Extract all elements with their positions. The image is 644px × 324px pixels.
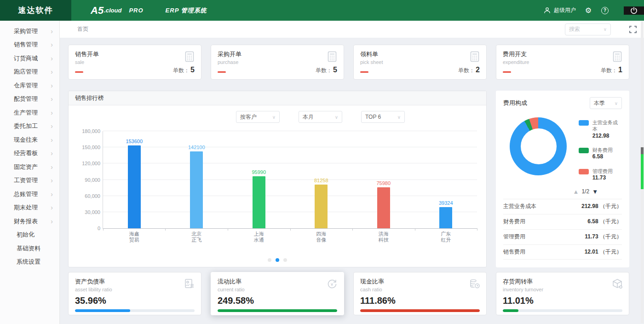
sidebar-item-1[interactable]: 销售管理› bbox=[0, 38, 59, 52]
stat-card-subtitle: purchase bbox=[218, 59, 337, 65]
stat-card-1[interactable]: 采购开单 purchase 单数：5 bbox=[211, 45, 344, 80]
expense-value: 212.98 bbox=[581, 203, 598, 209]
y-axis-tick-label: 30,000 bbox=[74, 209, 100, 215]
user-menu[interactable]: 超级用户 bbox=[543, 6, 576, 15]
sidebar-item-label: 委托加工 bbox=[14, 122, 51, 130]
x-axis-category-label: 洪海 科技 bbox=[379, 231, 389, 243]
sidebar-item-15[interactable]: 初始化 bbox=[0, 228, 59, 242]
expense-list: 主营业务成本 212.98 （千元）财务费用 6.58 （千元）管理费用 11.… bbox=[503, 199, 622, 260]
sidebar-item-7[interactable]: 委托加工› bbox=[0, 120, 59, 133]
expense-composition-panel: 费用构成 本季 ∨ 主营业务成本212.98 财务费用6.58 管理费用11.7… bbox=[496, 91, 629, 267]
settings-gear-icon[interactable]: ⚙ bbox=[584, 6, 592, 15]
sidebar-item-10[interactable]: 固定资产› bbox=[0, 160, 59, 174]
breadcrumb-home[interactable]: 首页 bbox=[77, 25, 88, 33]
gridline bbox=[103, 163, 477, 163]
pager-up-icon[interactable]: ▲ bbox=[573, 188, 579, 195]
sidebar-item-2[interactable]: 订货商城› bbox=[0, 52, 59, 65]
progress-track bbox=[503, 309, 622, 312]
stat-count: 单数：1 bbox=[601, 66, 622, 75]
expense-unit: （千元） bbox=[598, 218, 622, 225]
bar-5[interactable] bbox=[439, 207, 452, 228]
progress-fill bbox=[360, 309, 480, 312]
sidebar-item-3[interactable]: 跑店管理› bbox=[0, 65, 59, 79]
ratio-card-subtitle: inventory turnover bbox=[503, 287, 622, 292]
ratio-card-2[interactable]: 现金比率 cash ratio 111.86% bbox=[353, 272, 487, 315]
period-select[interactable]: 本季 ∨ bbox=[590, 97, 622, 109]
stat-card-0[interactable]: 销售开单 sale 单数：5 bbox=[68, 45, 201, 80]
legend-item-1[interactable]: 财务费用6.58 bbox=[579, 147, 622, 161]
expense-value: 12.01 bbox=[585, 249, 598, 255]
bar-chart-plot: 030,00060,00090,000120,000150,000180,000… bbox=[103, 131, 477, 229]
chart-filter-select-1[interactable]: 本月∨ bbox=[299, 111, 342, 123]
brand-a5: A5 bbox=[91, 5, 104, 17]
stat-card-3[interactable]: 费用开支 expenditure 单数：1 bbox=[496, 45, 629, 80]
ratio-value: 111.86% bbox=[360, 295, 480, 306]
sidebar-item-11[interactable]: 工资管理› bbox=[0, 174, 59, 188]
carousel-dot-1[interactable] bbox=[276, 258, 279, 262]
bar-0[interactable] bbox=[128, 145, 141, 228]
legend-item-0[interactable]: 主营业务成本212.98 bbox=[579, 119, 622, 139]
sidebar-item-label: 财务报表 bbox=[14, 217, 51, 226]
sidebar-item-8[interactable]: 现金往来› bbox=[0, 133, 59, 147]
sidebar-item-17[interactable]: 系统设置 bbox=[0, 255, 59, 269]
ratio-card-3[interactable]: 存货周转率 inventory turnover 11.01% bbox=[496, 272, 629, 315]
chart-filter-select-2[interactable]: TOP 6∨ bbox=[361, 111, 405, 123]
chevron-down-icon: ∨ bbox=[397, 115, 401, 120]
sidebar-item-12[interactable]: 总账管理› bbox=[0, 187, 59, 201]
carousel-dot-2[interactable] bbox=[283, 258, 287, 262]
y-axis-tick-label: 0 bbox=[74, 226, 100, 231]
calculator-icon bbox=[611, 51, 623, 63]
logout-power-button[interactable] bbox=[624, 6, 644, 15]
ratio-card-title: 资产负债率 bbox=[75, 278, 195, 286]
legend-item-2[interactable]: 管理费用11.73 bbox=[579, 168, 622, 182]
bar-2[interactable] bbox=[253, 176, 265, 228]
brand: A5.cloud PRO ERP 管理系统 bbox=[91, 0, 207, 21]
help-icon[interactable]: ? bbox=[601, 6, 609, 15]
sidebar-item-0[interactable]: 采购管理› bbox=[0, 24, 59, 38]
sidebar-item-label: 基础资料 bbox=[17, 244, 53, 253]
sidebar-item-4[interactable]: 仓库管理› bbox=[0, 79, 59, 93]
ratio-value: 11.01% bbox=[503, 295, 622, 306]
stat-card-2[interactable]: 领料单 pick sheet 单数：2 bbox=[353, 45, 487, 80]
chevron-right-icon: › bbox=[51, 41, 53, 48]
chevron-right-icon: › bbox=[51, 55, 53, 62]
sidebar-item-6[interactable]: 生产管理› bbox=[0, 106, 59, 120]
sidebar-item-13[interactable]: 期末处理› bbox=[0, 201, 59, 215]
sidebar-item-label: 系统设置 bbox=[17, 258, 53, 266]
sidebar-item-5[interactable]: 配货管理› bbox=[0, 93, 59, 106]
progress-fill bbox=[218, 309, 337, 312]
bar-1[interactable] bbox=[190, 151, 203, 228]
chevron-right-icon: › bbox=[51, 150, 53, 156]
sales-panel-title: 销售排行榜 bbox=[69, 91, 486, 105]
stat-card-title: 费用开支 bbox=[503, 50, 622, 58]
chevron-right-icon: › bbox=[51, 137, 53, 143]
pager-down-icon[interactable]: ▼ bbox=[592, 188, 598, 195]
scrollbar-thumb-dark[interactable] bbox=[641, 147, 644, 154]
scrollbar-thumb-green[interactable] bbox=[641, 154, 644, 189]
sidebar-item-9[interactable]: 经营看板› bbox=[0, 147, 59, 161]
y-axis-tick-label: 150,000 bbox=[74, 145, 100, 150]
vertical-scrollbar[interactable] bbox=[641, 21, 644, 323]
sidebar-item-16[interactable]: 基础资料 bbox=[0, 242, 59, 255]
progress-track bbox=[360, 309, 480, 312]
sidebar-item-14[interactable]: 财务报表› bbox=[0, 214, 59, 228]
stat-card-subtitle: sale bbox=[75, 59, 195, 65]
sidebar-item-label: 跑店管理 bbox=[14, 68, 51, 76]
carousel-dot-0[interactable] bbox=[268, 258, 271, 262]
select-value: 本月 bbox=[303, 113, 314, 121]
chevron-down-icon: ∨ bbox=[272, 115, 276, 120]
search-input[interactable]: 搜索 ∨ bbox=[565, 23, 611, 35]
chart-filter-select-0[interactable]: 按客户∨ bbox=[236, 111, 280, 123]
fullscreen-icon[interactable] bbox=[629, 26, 637, 33]
chevron-right-icon: › bbox=[51, 218, 53, 225]
ratio-card-1[interactable]: 流动比率 current ratio 249.58% ¥ bbox=[211, 272, 344, 315]
ratio-card-subtitle: current ratio bbox=[218, 287, 337, 292]
bar-3[interactable] bbox=[315, 185, 328, 228]
sidebar-item-label: 采购管理 bbox=[14, 27, 51, 35]
ratio-card-0[interactable]: 资产负债率 asset libility ratio 35.96% bbox=[68, 272, 201, 315]
report-icon bbox=[184, 278, 196, 290]
ratio-card-title: 流动比率 bbox=[218, 278, 337, 286]
progress-fill bbox=[503, 309, 518, 312]
bar-4[interactable] bbox=[377, 187, 390, 228]
x-axis-tick bbox=[352, 228, 353, 231]
